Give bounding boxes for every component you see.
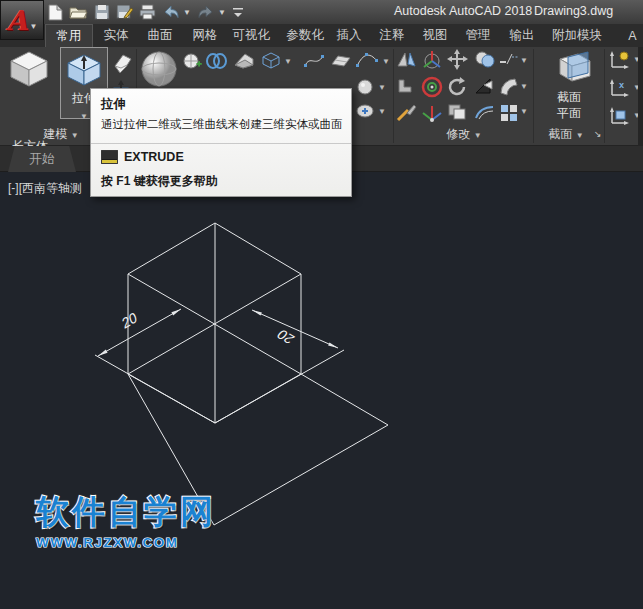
array-dropdown-icon[interactable]: ▼	[520, 107, 528, 116]
tooltip-command: EXTRUDE	[124, 150, 184, 164]
offset-curve-icon[interactable]	[474, 103, 495, 121]
undo-icon[interactable]	[162, 4, 180, 20]
orbit-gizmo-icon[interactable]	[421, 76, 443, 98]
redo-dropdown-icon[interactable]: ▼	[218, 8, 226, 17]
wedge-icon[interactable]	[233, 52, 255, 70]
redo-icon[interactable]	[197, 4, 215, 20]
circle-dropdown-icon[interactable]: ▼	[378, 83, 386, 92]
section-plane-button[interactable]: 截面 平面	[540, 49, 598, 121]
plot-icon[interactable]	[139, 4, 156, 20]
circle-surface-icon[interactable]	[356, 78, 374, 96]
torus-icon[interactable]	[205, 53, 227, 69]
tab-mesh[interactable]: 网格	[189, 24, 221, 47]
tab-insert[interactable]: 插入	[333, 24, 365, 47]
slice-icon[interactable]	[396, 50, 416, 69]
tab-visualize[interactable]: 可视化	[229, 24, 273, 47]
save-icon[interactable]	[94, 4, 110, 20]
rotate-icon[interactable]	[447, 77, 468, 98]
ellipse-plus-icon[interactable]	[356, 103, 376, 119]
chevron-down-icon: ▼	[30, 22, 38, 31]
panel-label-modify[interactable]: 修改 ▼	[395, 126, 533, 142]
box-3d-icon	[8, 50, 50, 88]
tab-a360[interactable]: A	[622, 24, 643, 47]
qat-customize-icon[interactable]	[232, 5, 244, 19]
surface-patch-icon[interactable]	[330, 52, 352, 70]
box-button[interactable]	[8, 50, 50, 92]
dim-arrow	[252, 310, 262, 316]
four-squares-icon[interactable]	[499, 103, 519, 121]
tab-annotate[interactable]: 注释	[376, 24, 408, 47]
command-window-icon	[101, 150, 118, 164]
slice-plane-icon[interactable]	[474, 77, 495, 97]
gizmo-3d-icon[interactable]	[421, 49, 443, 70]
tab-addins[interactable]: 附加模块	[548, 24, 606, 47]
panel-label-section[interactable]: 截面 ▼	[535, 126, 597, 142]
document-title: Drawing3.dwg	[534, 4, 613, 18]
tooltip-help-text: 按 F1 键获得更多帮助	[101, 173, 218, 190]
watermark-title: 软件自学网	[36, 490, 216, 535]
undo-dropdown-icon[interactable]: ▼	[183, 8, 191, 17]
brush-icon[interactable]	[396, 104, 417, 122]
dim-arrow	[328, 342, 338, 348]
drawing-area[interactable]: 20 20 [-][西南等轴测 软件自学网 WWW.RJZXW.COM	[0, 172, 643, 609]
tooltip-title: 拉伸	[101, 96, 126, 113]
dim-arrow	[171, 309, 181, 316]
dimension-line-left	[98, 309, 181, 356]
watermark-url: WWW.RJZXW.COM	[36, 535, 216, 550]
tab-parametric[interactable]: 参数化	[283, 24, 327, 47]
fillet-dropdown-icon[interactable]: ▼	[520, 82, 528, 91]
primitive-dropdown-icon[interactable]: ▼	[284, 57, 292, 66]
extract-edges-icon[interactable]	[396, 78, 414, 97]
axis-tripod-icon[interactable]	[421, 103, 443, 123]
modify-dropdown-icon[interactable]: ▼	[520, 56, 528, 65]
extrude-tooltip: 拉伸 通过拉伸二维或三维曲线来创建三维实体或曲面 EXTRUDE 按 F1 键获…	[90, 88, 352, 197]
arc-points-icon[interactable]	[355, 51, 379, 70]
application-menu-button[interactable]: A ▼	[0, 0, 44, 40]
spline-icon[interactable]	[303, 52, 325, 70]
extrude-dropdown-icon[interactable]: ▼	[80, 112, 88, 121]
mesh-sphere-plus-icon[interactable]	[182, 51, 202, 71]
ellipse-dropdown-icon[interactable]: ▼	[378, 107, 386, 116]
dimension-text-right: 20	[273, 327, 297, 347]
dimension-line-right	[252, 310, 338, 348]
tab-output[interactable]: 输出	[506, 24, 538, 47]
copy-icon[interactable]	[474, 50, 496, 69]
viewport-label[interactable]: [-][西南等轴测	[8, 180, 82, 197]
section-plane-label-2: 平面	[540, 105, 598, 122]
tooltip-description: 通过拉伸二维或三维曲线来创建三维实体或曲面	[101, 117, 343, 132]
cube-outline-icon[interactable]	[261, 51, 281, 70]
quick-access-toolbar: ▼ ▼	[48, 3, 244, 21]
polysolid-icon[interactable]	[112, 52, 134, 76]
ucs-light-icon[interactable]	[608, 50, 632, 70]
app-title: Autodesk AutoCAD 2018	[394, 4, 532, 18]
curve-dropdown-icon[interactable]: ▼	[382, 57, 390, 66]
svg-text:x: x	[619, 80, 624, 90]
tab-home[interactable]: 常用	[45, 24, 93, 47]
new-file-icon[interactable]	[48, 4, 63, 21]
panel-separator	[393, 49, 394, 143]
ribbon-edge	[638, 47, 643, 146]
ucs-plane-icon[interactable]	[608, 106, 632, 126]
ucs-x-icon[interactable]: x	[608, 78, 632, 98]
watermark: 软件自学网 WWW.RJZXW.COM	[36, 490, 216, 550]
overlap-squares-icon[interactable]	[447, 103, 467, 121]
dimension-text-left: 20	[120, 309, 139, 332]
panel-launcher-icon[interactable]: ↘	[594, 129, 602, 139]
tab-surface[interactable]: 曲面	[144, 24, 176, 47]
tooltip-divider	[91, 143, 351, 144]
move-icon[interactable]	[447, 49, 468, 70]
break-line-icon[interactable]	[499, 53, 519, 65]
sphere-icon[interactable]	[139, 49, 179, 89]
autocad-logo-icon: A	[7, 7, 28, 34]
tab-solid[interactable]: 实体	[100, 24, 132, 47]
tab-view[interactable]: 视图	[419, 24, 451, 47]
tab-manage[interactable]: 管理	[462, 24, 494, 47]
fillet-edge-icon[interactable]	[499, 77, 519, 96]
panel-separator	[604, 49, 605, 143]
start-tab[interactable]: 开始	[8, 146, 76, 172]
extrude-icon	[65, 51, 103, 87]
open-file-icon[interactable]	[69, 4, 88, 20]
section-plane-icon	[546, 51, 592, 89]
save-as-icon[interactable]	[116, 4, 133, 20]
panel-separator	[533, 49, 534, 143]
